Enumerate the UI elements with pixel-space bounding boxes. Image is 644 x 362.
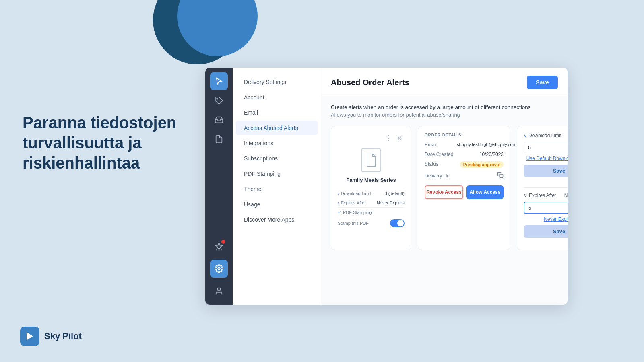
- nav-menu: Delivery Settings Account Email Access A…: [233, 68, 321, 305]
- order-details-card: ORDER DETAILS Email shopify.test.high@sh…: [418, 126, 510, 250]
- order-email-value: shopify.test.high@shopify.com: [457, 142, 516, 147]
- description-primary: Create alerts when an order is accessed …: [331, 104, 558, 110]
- order-email-label: Email: [425, 142, 457, 148]
- main-body: Create alerts when an order is accessed …: [321, 96, 568, 258]
- svg-point-1: [217, 98, 218, 99]
- dots-menu-button[interactable]: ⋮: [382, 133, 394, 143]
- nav-item-email[interactable]: Email: [236, 105, 318, 120]
- download-limit-label: › Download Limit: [338, 191, 371, 196]
- stamp-pdf-label: Stamp this PDF: [338, 221, 369, 226]
- chevron-icon-2: ›: [338, 200, 339, 205]
- nav-item-account[interactable]: Account: [236, 90, 318, 105]
- page-title: Abused Order Alerts: [331, 78, 409, 87]
- stamp-pdf-row: Stamp this PDF: [338, 217, 405, 229]
- settings-icon: [215, 264, 223, 273]
- download-limit-card: ∨ Download Limit 3 (default) Downloads U…: [517, 126, 568, 250]
- tag-icon: [215, 96, 223, 105]
- expires-section: ∨ Expires After Never Expires Days Never…: [524, 193, 568, 238]
- dl-input-row: Downloads: [524, 142, 568, 153]
- nav-item-access-abused-alerts[interactable]: Access Abused Alerts: [236, 121, 318, 135]
- nav-item-theme[interactable]: Theme: [236, 182, 318, 196]
- logo-name: Sky Pilot: [44, 331, 82, 341]
- allow-access-button[interactable]: Allow Access: [466, 185, 504, 199]
- svg-rect-4: [500, 174, 503, 178]
- svg-marker-0: [27, 332, 33, 340]
- downloads-input[interactable]: [524, 142, 568, 153]
- hero-heading: Paranna tiedostojen turvallisuutta ja ri…: [23, 113, 192, 173]
- notification-dot: [221, 240, 225, 244]
- nav-item-usage[interactable]: Usage: [236, 197, 318, 212]
- dl-chevron-icon: ∨: [524, 133, 527, 138]
- sidebar-item-user[interactable]: [210, 282, 228, 300]
- stamp-pdf-toggle[interactable]: [390, 219, 405, 227]
- svg-point-2: [218, 267, 220, 270]
- copy-icon[interactable]: [497, 172, 504, 180]
- expires-after-label: › Expires After: [338, 200, 366, 205]
- order-status-row: Status Pending approval: [425, 161, 504, 168]
- product-card: ⋮ ✕ Family Meals Series › Download L: [331, 126, 411, 250]
- use-default-link[interactable]: Use Default Download Limit(3): [524, 156, 568, 161]
- logo-icon: [20, 327, 39, 346]
- order-date-value: 10/26/2023: [479, 152, 504, 157]
- expires-after-row: › Expires After Never Expires: [338, 198, 405, 207]
- sidebar-item-cursor[interactable]: [210, 72, 228, 90]
- save-button[interactable]: Save: [527, 76, 558, 89]
- svg-point-3: [217, 288, 220, 291]
- document-icon: [215, 135, 223, 144]
- chevron-icon-3: ✓: [338, 210, 341, 215]
- cursor-icon: [215, 77, 223, 86]
- download-limit-row: › Download Limit 3 (default): [338, 189, 405, 198]
- pdf-stamping-field-label: ✓ PDF Stamping: [338, 210, 372, 215]
- nav-item-discover-more-apps[interactable]: Discover More Apps: [236, 212, 318, 227]
- expires-save-button[interactable]: Save: [524, 225, 568, 238]
- expires-after-value: Never Expires: [377, 200, 405, 205]
- expires-header-row: ∨ Expires After Never Expires: [524, 193, 568, 198]
- nav-item-subscriptions[interactable]: Subscriptions: [236, 151, 318, 166]
- download-limit-value: 3 (default): [384, 191, 405, 196]
- description-secondary: Allows you to monitor orders for potenti…: [331, 112, 558, 118]
- nav-item-delivery-settings[interactable]: Delivery Settings: [236, 75, 318, 89]
- order-delivery-url-label: Delivery Url: [425, 173, 457, 179]
- main-content: Abused Order Alerts Save Create alerts w…: [321, 68, 568, 305]
- product-name: Family Meals Series: [338, 177, 405, 183]
- sidebar-item-settings[interactable]: [210, 260, 228, 278]
- download-limit-section: ∨ Download Limit 3 (default) Downloads U…: [524, 133, 568, 182]
- inbox-icon: [215, 115, 223, 124]
- copy-svg: [497, 172, 504, 178]
- order-date-label: Date Created: [425, 152, 457, 157]
- pdf-stamping-row: ✓ PDF Stamping: [338, 207, 405, 217]
- expires-label: ∨ Expires After: [524, 193, 556, 198]
- product-card-header: ⋮ ✕: [338, 133, 405, 143]
- sidebar-item-sparkle[interactable]: [210, 237, 228, 255]
- nav-item-pdf-stamping[interactable]: PDF Stamping: [236, 167, 318, 181]
- sidebar-item-tag[interactable]: [210, 92, 228, 109]
- sidebar: [205, 68, 233, 305]
- order-email-row: Email shopify.test.high@shopify.com: [425, 142, 504, 148]
- status-badge: Pending approval: [460, 161, 504, 168]
- dl-save-button[interactable]: Save: [524, 165, 568, 177]
- expires-value: Never Expires: [564, 193, 568, 198]
- logo-svg: [24, 331, 35, 342]
- product-file-icon: [361, 148, 381, 172]
- order-date-row: Date Created 10/26/2023: [425, 152, 504, 157]
- close-button[interactable]: ✕: [394, 133, 405, 143]
- file-svg: [365, 153, 377, 167]
- expires-chevron-icon: ∨: [524, 193, 527, 198]
- order-delivery-url-row: Delivery Url: [425, 172, 504, 180]
- order-status-label: Status: [425, 161, 457, 167]
- hero-text-block: Paranna tiedostojen turvallisuutta ja ri…: [23, 113, 192, 173]
- nav-item-integrations[interactable]: Integrations: [236, 136, 318, 150]
- cards-row: ⋮ ✕ Family Meals Series › Download L: [331, 126, 558, 250]
- expires-input-row: Days: [524, 202, 568, 214]
- chevron-icon: ›: [338, 191, 339, 196]
- sidebar-item-inbox[interactable]: [210, 111, 228, 129]
- revoke-access-button[interactable]: Revoke Access: [425, 185, 463, 199]
- days-input[interactable]: [524, 202, 568, 213]
- user-icon: [215, 287, 223, 296]
- order-details-title: ORDER DETAILS: [425, 133, 504, 137]
- dl-divider: [524, 187, 568, 188]
- sidebar-item-document[interactable]: [210, 130, 228, 148]
- dl-section-title: ∨ Download Limit: [524, 133, 561, 138]
- action-buttons: Revoke Access Allow Access: [425, 185, 504, 199]
- never-expires-link[interactable]: Never Expires: [524, 216, 568, 222]
